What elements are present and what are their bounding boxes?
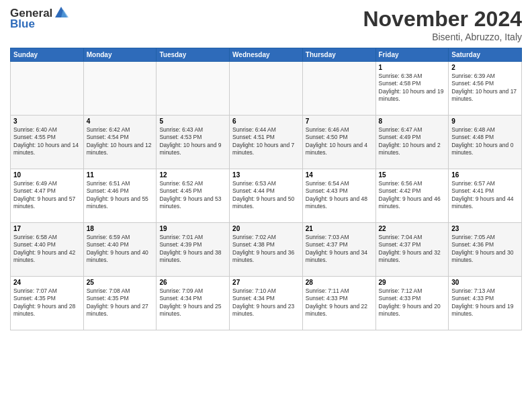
header: General Blue November 2024 Bisenti, Abru…	[10, 7, 522, 42]
day-info: Sunrise: 6:47 AMSunset: 4:49 PMDaylight:…	[379, 126, 446, 157]
day-cell: 16Sunrise: 6:57 AMSunset: 4:41 PMDayligh…	[449, 169, 522, 223]
day-info: Sunrise: 6:46 AMSunset: 4:50 PMDaylight:…	[306, 126, 373, 157]
day-info: Sunrise: 7:11 AMSunset: 4:33 PMDaylight:…	[306, 287, 373, 318]
day-cell: 10Sunrise: 6:49 AMSunset: 4:47 PMDayligh…	[11, 169, 84, 223]
day-cell	[302, 62, 375, 116]
day-info: Sunrise: 6:42 AMSunset: 4:54 PMDaylight:…	[87, 126, 154, 157]
day-number: 23	[451, 225, 519, 232]
day-cell	[157, 62, 230, 116]
day-cell: 19Sunrise: 7:01 AMSunset: 4:39 PMDayligh…	[157, 223, 230, 277]
month-title: November 2024	[363, 7, 522, 32]
day-number: 2	[451, 64, 519, 71]
logo: General Blue	[10, 7, 69, 31]
day-number: 7	[306, 118, 373, 125]
day-info: Sunrise: 6:51 AMSunset: 4:46 PMDaylight:…	[87, 180, 154, 211]
col-header-tuesday: Tuesday	[157, 48, 230, 62]
col-header-friday: Friday	[375, 48, 449, 62]
day-cell	[83, 62, 157, 116]
day-number: 10	[13, 171, 81, 179]
day-info: Sunrise: 6:43 AMSunset: 4:53 PMDaylight:…	[159, 126, 226, 157]
day-number: 18	[87, 225, 154, 232]
day-cell: 28Sunrise: 7:11 AMSunset: 4:33 PMDayligh…	[302, 277, 375, 330]
day-number: 24	[13, 279, 81, 286]
week-row-3: 10Sunrise: 6:49 AMSunset: 4:47 PMDayligh…	[11, 169, 522, 223]
col-header-saturday: Saturday	[449, 48, 522, 62]
day-number: 13	[232, 171, 300, 179]
day-cell: 30Sunrise: 7:13 AMSunset: 4:33 PMDayligh…	[449, 277, 522, 330]
day-cell: 5Sunrise: 6:43 AMSunset: 4:53 PMDaylight…	[157, 116, 230, 169]
day-info: Sunrise: 7:01 AMSunset: 4:39 PMDaylight:…	[159, 234, 226, 265]
week-row-2: 3Sunrise: 6:40 AMSunset: 4:55 PMDaylight…	[11, 116, 522, 169]
day-cell: 6Sunrise: 6:44 AMSunset: 4:51 PMDaylight…	[230, 116, 303, 169]
day-cell: 11Sunrise: 6:51 AMSunset: 4:46 PMDayligh…	[83, 169, 157, 223]
day-info: Sunrise: 7:03 AMSunset: 4:37 PMDaylight:…	[306, 234, 373, 265]
day-cell: 8Sunrise: 6:47 AMSunset: 4:49 PMDaylight…	[375, 116, 449, 169]
day-cell: 25Sunrise: 7:08 AMSunset: 4:35 PMDayligh…	[83, 277, 157, 330]
day-info: Sunrise: 6:39 AMSunset: 4:56 PMDaylight:…	[451, 73, 519, 103]
day-number: 3	[13, 118, 81, 125]
day-cell: 21Sunrise: 7:03 AMSunset: 4:37 PMDayligh…	[302, 223, 375, 277]
day-number: 12	[159, 171, 226, 179]
logo-blue: Blue	[10, 17, 35, 31]
col-header-monday: Monday	[83, 48, 157, 62]
day-info: Sunrise: 7:02 AMSunset: 4:38 PMDaylight:…	[232, 234, 300, 265]
day-cell: 7Sunrise: 6:46 AMSunset: 4:50 PMDaylight…	[302, 116, 375, 169]
day-number: 27	[232, 279, 300, 286]
day-number: 15	[379, 171, 446, 179]
day-info: Sunrise: 6:53 AMSunset: 4:44 PMDaylight:…	[232, 180, 300, 211]
header-row: SundayMondayTuesdayWednesdayThursdayFrid…	[11, 48, 522, 62]
day-number: 17	[13, 225, 81, 232]
day-cell: 15Sunrise: 6:56 AMSunset: 4:42 PMDayligh…	[375, 169, 449, 223]
day-cell: 4Sunrise: 6:42 AMSunset: 4:54 PMDaylight…	[83, 116, 157, 169]
day-info: Sunrise: 6:44 AMSunset: 4:51 PMDaylight:…	[232, 126, 300, 157]
day-number: 9	[451, 118, 519, 125]
day-number: 6	[232, 118, 300, 125]
day-info: Sunrise: 6:40 AMSunset: 4:55 PMDaylight:…	[13, 126, 81, 157]
col-header-sunday: Sunday	[11, 48, 84, 62]
day-number: 5	[159, 118, 226, 125]
day-cell: 9Sunrise: 6:48 AMSunset: 4:48 PMDaylight…	[449, 116, 522, 169]
day-number: 1	[379, 64, 446, 71]
day-number: 30	[451, 279, 519, 286]
day-cell	[11, 62, 84, 116]
day-cell: 14Sunrise: 6:54 AMSunset: 4:43 PMDayligh…	[302, 169, 375, 223]
day-number: 14	[306, 171, 373, 179]
calendar-table: SundayMondayTuesdayWednesdayThursdayFrid…	[10, 48, 522, 330]
day-info: Sunrise: 6:56 AMSunset: 4:42 PMDaylight:…	[379, 180, 446, 211]
day-number: 28	[306, 279, 373, 286]
day-info: Sunrise: 6:57 AMSunset: 4:41 PMDaylight:…	[451, 180, 519, 211]
day-cell: 26Sunrise: 7:09 AMSunset: 4:34 PMDayligh…	[157, 277, 230, 330]
day-number: 19	[159, 225, 226, 232]
location-subtitle: Bisenti, Abruzzo, Italy	[363, 32, 522, 42]
day-number: 22	[379, 225, 446, 232]
day-number: 11	[87, 171, 154, 179]
day-cell: 29Sunrise: 7:12 AMSunset: 4:33 PMDayligh…	[375, 277, 449, 330]
day-number: 16	[451, 171, 519, 179]
day-cell: 27Sunrise: 7:10 AMSunset: 4:34 PMDayligh…	[230, 277, 303, 330]
day-cell	[230, 62, 303, 116]
col-header-thursday: Thursday	[302, 48, 375, 62]
day-info: Sunrise: 6:38 AMSunset: 4:58 PMDaylight:…	[379, 73, 446, 103]
day-info: Sunrise: 7:05 AMSunset: 4:36 PMDaylight:…	[451, 234, 519, 265]
day-info: Sunrise: 6:59 AMSunset: 4:40 PMDaylight:…	[87, 234, 154, 265]
day-number: 8	[379, 118, 446, 125]
day-info: Sunrise: 7:07 AMSunset: 4:35 PMDaylight:…	[13, 287, 81, 318]
day-cell: 3Sunrise: 6:40 AMSunset: 4:55 PMDaylight…	[11, 116, 84, 169]
day-info: Sunrise: 7:04 AMSunset: 4:37 PMDaylight:…	[379, 234, 446, 265]
title-block: November 2024 Bisenti, Abruzzo, Italy	[363, 7, 522, 42]
day-info: Sunrise: 7:08 AMSunset: 4:35 PMDaylight:…	[87, 287, 154, 318]
col-header-wednesday: Wednesday	[230, 48, 303, 62]
day-cell: 17Sunrise: 6:58 AMSunset: 4:40 PMDayligh…	[11, 223, 84, 277]
day-cell: 22Sunrise: 7:04 AMSunset: 4:37 PMDayligh…	[375, 223, 449, 277]
day-info: Sunrise: 7:12 AMSunset: 4:33 PMDaylight:…	[379, 287, 446, 318]
day-cell: 18Sunrise: 6:59 AMSunset: 4:40 PMDayligh…	[83, 223, 157, 277]
day-number: 20	[232, 225, 300, 232]
day-cell: 23Sunrise: 7:05 AMSunset: 4:36 PMDayligh…	[449, 223, 522, 277]
page: General Blue November 2024 Bisenti, Abru…	[0, 0, 532, 411]
day-cell: 2Sunrise: 6:39 AMSunset: 4:56 PMDaylight…	[449, 62, 522, 116]
day-cell: 1Sunrise: 6:38 AMSunset: 4:58 PMDaylight…	[375, 62, 449, 116]
day-cell: 20Sunrise: 7:02 AMSunset: 4:38 PMDayligh…	[230, 223, 303, 277]
day-cell: 13Sunrise: 6:53 AMSunset: 4:44 PMDayligh…	[230, 169, 303, 223]
day-cell: 12Sunrise: 6:52 AMSunset: 4:45 PMDayligh…	[157, 169, 230, 223]
week-row-5: 24Sunrise: 7:07 AMSunset: 4:35 PMDayligh…	[11, 277, 522, 330]
